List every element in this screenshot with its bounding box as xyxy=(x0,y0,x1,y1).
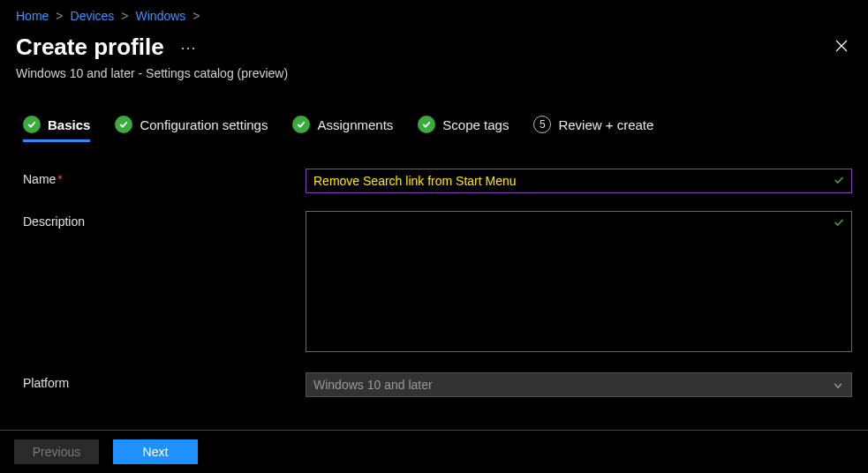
check-icon xyxy=(418,116,435,133)
page-subtitle: Windows 10 and later - Settings catalog … xyxy=(16,66,852,80)
breadcrumb-devices[interactable]: Devices xyxy=(71,9,115,23)
check-icon xyxy=(292,116,310,133)
check-icon xyxy=(115,116,132,133)
step-label: Assignments xyxy=(317,117,393,132)
step-label: Review + create xyxy=(558,117,653,132)
name-label: Name* xyxy=(23,169,306,186)
previous-button: Previous xyxy=(14,439,99,464)
step-label: Scope tags xyxy=(442,117,509,132)
breadcrumb-separator: > xyxy=(192,9,200,23)
wizard-footer: Previous Next xyxy=(0,430,868,473)
description-input[interactable] xyxy=(306,211,852,352)
breadcrumb-windows[interactable]: Windows xyxy=(136,9,186,23)
next-button[interactable]: Next xyxy=(113,439,198,464)
step-basics[interactable]: Basics xyxy=(23,116,90,140)
step-review-create[interactable]: 5 Review + create xyxy=(533,116,653,140)
step-scope-tags[interactable]: Scope tags xyxy=(418,116,509,140)
step-configuration-settings[interactable]: Configuration settings xyxy=(115,116,268,140)
name-input[interactable] xyxy=(306,169,852,193)
step-assignments[interactable]: Assignments xyxy=(292,116,393,140)
breadcrumb-separator: > xyxy=(56,9,63,23)
breadcrumb: Home > Devices > Windows > xyxy=(16,9,852,23)
platform-label: Platform xyxy=(23,372,306,390)
required-indicator: * xyxy=(57,172,62,186)
description-label: Description xyxy=(23,211,306,229)
breadcrumb-home[interactable]: Home xyxy=(16,9,49,23)
wizard-steps: Basics Configuration settings Assignment… xyxy=(23,116,852,140)
page-title: Create profile xyxy=(16,34,164,61)
step-label: Configuration settings xyxy=(140,117,268,132)
close-icon xyxy=(834,39,849,53)
close-button[interactable] xyxy=(827,32,856,63)
step-number-icon: 5 xyxy=(533,116,551,133)
more-actions-button[interactable]: ⋯ xyxy=(177,34,200,61)
step-label: Basics xyxy=(48,117,90,132)
breadcrumb-separator: > xyxy=(121,9,128,23)
platform-select: Windows 10 and later xyxy=(306,372,852,397)
basics-form: Name* Description Platform Windows 10 an… xyxy=(23,169,852,397)
check-icon xyxy=(23,116,41,133)
